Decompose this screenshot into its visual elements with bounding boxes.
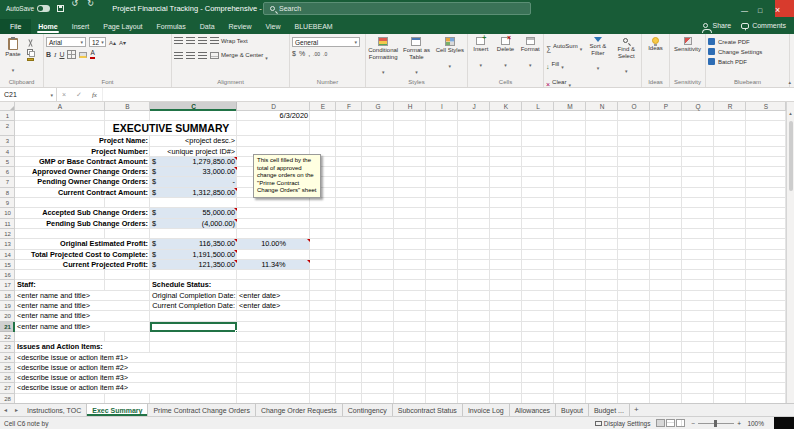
format-as-table-button[interactable]: Format as Table [401,36,431,77]
cell-Q13[interactable] [682,239,714,249]
cell-K5[interactable] [490,157,522,167]
cell-H24[interactable] [394,353,426,363]
cell-J25[interactable] [458,363,490,373]
cell-N10[interactable] [586,208,618,218]
redo-button[interactable] [87,0,98,17]
cell-A23[interactable]: Issues and Action Items: [15,342,150,352]
cell-F24[interactable] [336,353,362,363]
row-header-13[interactable]: 13 [0,239,15,249]
cell-I24[interactable] [426,353,458,363]
cell-K22[interactable] [490,332,522,342]
sheet-tab-prime-contract-change-orders[interactable]: Prime Contract Change Orders [148,404,255,416]
cell-A19[interactable]: <enter name and title> [15,301,150,311]
batch-pdf-button[interactable]: Batch PDF [708,58,762,65]
cell-K13[interactable] [490,239,522,249]
cell-J5[interactable] [458,157,490,167]
sheet-tab-change-order-requests[interactable]: Change Order Requests [256,404,343,416]
cell-J7[interactable] [458,177,490,187]
cell-E10[interactable] [310,208,336,218]
row-header-12[interactable]: 12 [0,229,15,239]
change-settings-button[interactable]: Change Settings [708,48,762,55]
cell-G23[interactable] [362,342,394,352]
cell-I6[interactable] [426,167,458,177]
sensitivity-button[interactable]: Sensitivity [672,36,703,53]
cell-A8[interactable]: Current Contract Amount: [15,188,150,198]
cell-C15[interactable]: $121,350.00 [150,260,237,270]
cell-R26[interactable] [714,373,746,383]
cell-G24[interactable] [362,353,394,363]
cell-F5[interactable] [336,157,362,167]
cell-E14[interactable] [310,250,336,260]
cell-N2[interactable] [586,121,618,136]
cell-C6[interactable]: $33,000.00 [150,167,237,177]
cell-C11[interactable]: $(4,000.00) [150,219,237,229]
cell-B9[interactable] [105,198,150,208]
cell-M7[interactable] [554,177,586,187]
cell-S14[interactable] [746,250,786,260]
wrap-text-button[interactable]: Wrap Text [210,37,248,44]
cell-M8[interactable] [554,188,586,198]
cell-Q5[interactable] [682,157,714,167]
cell-H21[interactable] [394,322,426,332]
cell-N12[interactable] [586,229,618,239]
cell-C14[interactable]: $1,191,500.00 [150,250,237,260]
cell-I20[interactable] [426,311,458,321]
cell-N23[interactable] [586,342,618,352]
cell-N4[interactable] [586,147,618,157]
ribbon-tab-insert[interactable]: Insert [65,19,97,34]
cell-C18[interactable]: Original Completion Date: [150,291,237,301]
cell-K9[interactable] [490,198,522,208]
cell-I12[interactable] [426,229,458,239]
cell-I28[interactable] [426,394,458,403]
cell-D16[interactable] [237,270,310,280]
cell-L6[interactable] [522,167,554,177]
cell-J15[interactable] [458,260,490,270]
cell-M12[interactable] [554,229,586,239]
paste-button[interactable]: Paste [2,36,24,75]
cell-C5[interactable]: $1,279,850.00 [150,157,237,167]
cell-L17[interactable] [522,280,554,290]
cell-H22[interactable] [394,332,426,342]
cell-J16[interactable] [458,270,490,280]
cell-A22[interactable] [15,332,105,342]
cell-I10[interactable] [426,208,458,218]
cell-R22[interactable] [714,332,746,342]
cell-A10[interactable]: Accepted Sub Change Orders: [15,208,150,218]
cell-F21[interactable] [336,322,362,332]
column-header-O[interactable]: O [618,102,650,111]
page-break-view-icon[interactable] [676,419,685,427]
cell-J26[interactable] [458,373,490,383]
cell-Q17[interactable] [682,280,714,290]
cell-K1[interactable] [490,111,522,121]
cell-O26[interactable] [618,373,650,383]
comma-format-icon[interactable] [308,50,310,57]
cell-I22[interactable] [426,332,458,342]
cell-O28[interactable] [618,394,650,403]
cell-J23[interactable] [458,342,490,352]
cell-S15[interactable] [746,260,786,270]
cell-S28[interactable] [746,394,786,403]
cell-Q7[interactable] [682,177,714,187]
cell-L15[interactable] [522,260,554,270]
cell-Q3[interactable] [682,136,714,146]
cell-L9[interactable] [522,198,554,208]
cell-K17[interactable] [490,280,522,290]
cell-J14[interactable] [458,250,490,260]
cell-H3[interactable] [394,136,426,146]
cell-F19[interactable] [336,301,362,311]
row-header-23[interactable]: 23 [0,342,15,352]
cell-M16[interactable] [554,270,586,280]
cell-P26[interactable] [650,373,682,383]
cell-L10[interactable] [522,208,554,218]
cell-G15[interactable] [362,260,394,270]
cell-F16[interactable] [336,270,362,280]
cell-K7[interactable] [490,177,522,187]
cell-M26[interactable] [554,373,586,383]
cell-I5[interactable] [426,157,458,167]
cell-P19[interactable] [650,301,682,311]
cell-P20[interactable] [650,311,682,321]
cell-D27[interactable] [237,383,310,393]
cell-A28[interactable] [15,394,105,403]
cell-G1[interactable] [362,111,394,121]
cell-H7[interactable] [394,177,426,187]
